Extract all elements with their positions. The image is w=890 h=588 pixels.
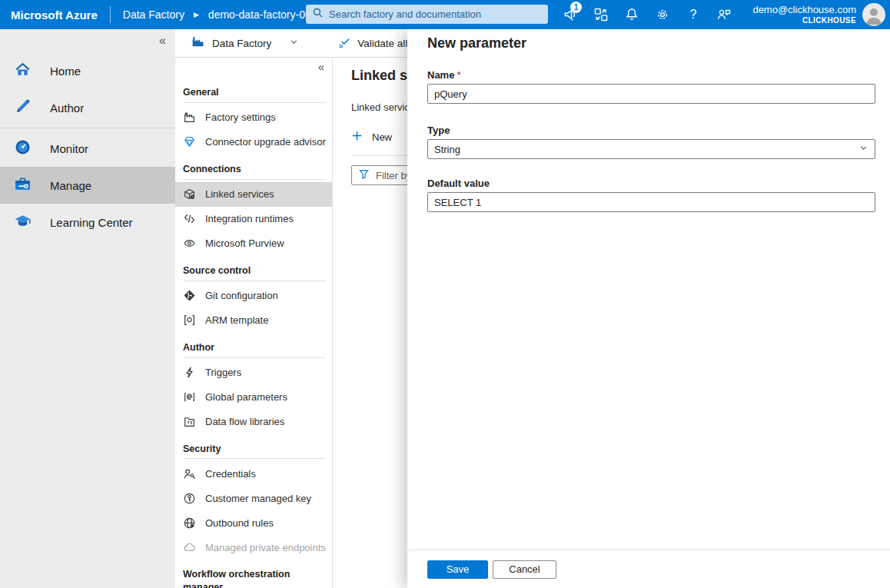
manage-icon [13,174,32,197]
account-email: demo@clickhouse.com [752,5,856,16]
data-flow-libraries-icon [183,415,196,428]
nav-item-home[interactable]: Home [0,52,175,89]
author-icon [13,97,32,119]
factory-settings-icon [183,111,196,124]
validate-icon [337,35,350,51]
panel-footer: Save Cancel [407,550,890,588]
sidenav-item-linked-services[interactable]: Linked services [175,182,332,207]
breadcrumb-factory-name[interactable]: demo-data-factory-00 [208,8,308,21]
panel-title: New parameter [427,35,870,51]
new-parameter-panel: New parameter Name* Type String Default … [407,29,890,588]
customer-managed-key-icon [183,492,196,505]
nav-item-monitor[interactable]: Monitor [0,130,175,167]
sidenav-item-managed-private-endpoints[interactable]: Managed private endpoints [175,535,332,560]
topbar-divider [110,6,111,23]
topbar-icon-group: 1 ? [555,0,739,29]
plus-icon [351,130,363,145]
sidenav-item-credentials[interactable]: Credentials [175,461,332,486]
type-value: String [434,144,460,155]
cancel-button[interactable]: Cancel [493,560,556,579]
section-source-control: Source control Git configuration ARM tem… [175,264,332,333]
manage-side-nav: « General Factory settings Conn [175,58,333,588]
default-value-field[interactable] [427,192,875,212]
sidenav-item-triggers[interactable]: Triggers [175,360,332,385]
default-value-label: Default value [427,178,870,189]
sidenav-item-factory-settings[interactable]: Factory settings [175,105,332,130]
arm-template-icon [183,314,196,327]
section-general: General Factory settings Connector upgra… [175,86,332,154]
section-security: Security Credentials Customer managed ke… [175,443,332,560]
switch-factory-button[interactable] [586,0,616,29]
feedback-button[interactable] [709,0,739,29]
microsoft-purview-icon [183,237,196,250]
sidenav-item-customer-managed-key[interactable]: Customer managed key [175,486,332,510]
required-marker: * [457,69,460,81]
help-icon: ? [690,8,697,22]
global-parameters-icon [183,390,196,404]
data-factory-icon [191,35,205,52]
home-icon [13,60,32,82]
new-button[interactable]: New [351,130,405,145]
account-org: CLICKHOUSE [802,16,856,25]
git-configuration-icon [183,289,196,302]
learning-center-icon [13,211,32,234]
nav-item-author[interactable]: Author [0,89,175,126]
filter-icon [358,168,370,183]
account-info[interactable]: demo@clickhouse.com CLICKHOUSE [752,0,856,29]
breadcrumb-app[interactable]: Data Factory [123,8,184,21]
sidenav-item-global-parameters[interactable]: Global parameters [175,385,332,410]
notification-badge: 1 [570,2,582,13]
type-label: Type [427,125,870,136]
nav-item-manage[interactable]: Manage [0,167,175,204]
search-input[interactable] [329,8,542,20]
microsoft-azure-logo[interactable]: Microsoft Azure [0,8,98,22]
top-bar: Microsoft Azure Data Factory ▶ demo-data… [0,0,890,29]
chevron-down-icon [858,142,868,156]
left-nav: « Home Author Monitor [0,29,175,588]
type-dropdown[interactable]: String [427,139,875,159]
section-author: Author Triggers Global parameters [175,341,332,434]
announcements-button[interactable]: 1 [555,0,586,29]
linked-services-icon [183,188,196,201]
sidenav-item-microsoft-purview[interactable]: Microsoft Purview [175,231,332,256]
sidenav-item-integration-runtimes[interactable]: Integration runtimes [175,207,332,231]
search-icon [312,7,324,22]
outbound-rules-icon [183,517,196,530]
chevron-down-icon [289,36,299,50]
factory-selector[interactable]: Data Factory [175,35,299,52]
monitor-icon [13,138,32,160]
azure-data-factory-studio: Microsoft Azure Data Factory ▶ demo-data… [0,0,890,588]
left-nav-divider [0,128,175,128]
triggers-icon [183,366,196,379]
connector-upgrade-advisor-icon [183,135,196,148]
name-label: Name* [427,69,870,81]
integration-runtimes-icon [183,212,196,225]
avatar[interactable] [862,3,885,26]
left-nav-collapse-icon[interactable]: « [159,34,166,48]
sidenav-item-arm-template[interactable]: ARM template [175,308,332,333]
sidenav-item-data-flow-libraries[interactable]: Data flow libraries [175,410,332,434]
settings-button[interactable] [647,0,678,29]
breadcrumb-arrow-icon: ▶ [194,11,199,18]
managed-private-endpoints-icon [183,541,196,554]
global-search[interactable] [306,5,548,24]
help-button[interactable]: ? [678,0,709,29]
sidenav-item-git-configuration[interactable]: Git configuration [175,284,332,308]
name-field[interactable] [427,84,875,104]
credentials-icon [183,467,196,480]
validate-all-button[interactable]: Validate all [322,35,407,51]
side-nav-collapse-icon[interactable]: « [318,60,324,73]
section-connections: Connections Linked services Integration … [175,163,332,256]
nav-item-learning-center[interactable]: Learning Center [0,204,175,241]
save-button[interactable]: Save [427,560,488,579]
section-workflow-orchestration-manager: Workflow orchestration manager [175,568,332,588]
sidenav-item-connector-upgrade-advisor[interactable]: Connector upgrade advisor [175,130,332,154]
sidenav-item-outbound-rules[interactable]: Outbound rules [175,510,332,535]
notifications-button[interactable] [616,0,647,29]
